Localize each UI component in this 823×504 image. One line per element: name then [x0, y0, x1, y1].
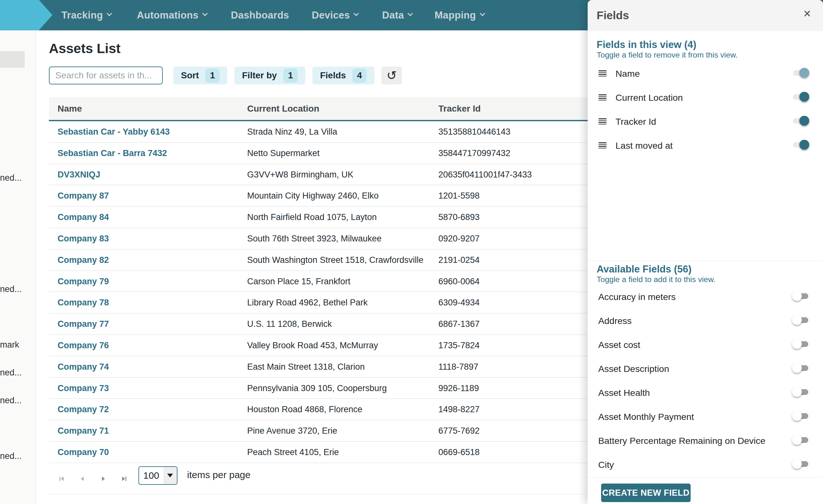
field-toggle[interactable]: [793, 94, 808, 100]
asset-name-link[interactable]: Company 72: [57, 404, 109, 414]
field-in-view-row: Current Location: [588, 86, 823, 109]
field-toggle[interactable]: [793, 341, 808, 347]
page-title: Assets List: [49, 41, 121, 56]
sidebar-truncated-item[interactable]: ned...: [0, 395, 22, 405]
first-page-icon: [58, 475, 65, 483]
toolbar-button-label: Sort: [181, 70, 199, 80]
drag-handle-icon[interactable]: [599, 70, 607, 77]
asset-name-link[interactable]: Company 84: [57, 212, 109, 222]
close-button[interactable]: ×: [804, 7, 811, 20]
nav-menu-label: Dashboards: [231, 10, 289, 21]
nav-menu-item[interactable]: Tracking: [61, 0, 111, 30]
asset-tracker-id: 0920-9207: [438, 228, 480, 249]
asset-name-link[interactable]: DV3XNIQJ: [57, 170, 101, 179]
drag-handle-icon[interactable]: [599, 142, 607, 149]
asset-tracker-id: 6867-1367: [438, 313, 480, 335]
asset-location: Netto Supermarket: [247, 143, 320, 164]
field-toggle[interactable]: [793, 142, 808, 148]
asset-tracker-id: 6775-7692: [438, 420, 480, 441]
asset-tracker-id: 6960-0064: [438, 271, 480, 292]
toolbar-button-label: Filter by: [242, 70, 277, 80]
field-toggle[interactable]: [793, 70, 808, 76]
previous-page-icon: [78, 475, 86, 483]
asset-name-link[interactable]: Company 77: [57, 319, 109, 329]
nav-menu-item[interactable]: Dashboards: [231, 0, 289, 30]
toolbar-filter-button[interactable]: Sort 1: [173, 66, 227, 85]
asset-name-link[interactable]: Company 79: [57, 277, 109, 286]
asset-name-link[interactable]: Company 82: [57, 255, 109, 265]
field-label: Asset Health: [598, 387, 650, 398]
drag-handle-icon[interactable]: [599, 118, 607, 125]
chevron-down-icon: [480, 11, 485, 16]
drag-handle-icon[interactable]: [599, 94, 607, 101]
asset-name-link[interactable]: Company 87: [57, 191, 109, 200]
toolbar-filter-button[interactable]: Filter by 1: [234, 66, 305, 85]
sidebar-truncated-item[interactable]: ned...: [0, 368, 22, 378]
sidebar-truncated-item[interactable]: ned...: [0, 284, 22, 294]
nav-menu-item[interactable]: Devices: [312, 0, 358, 30]
asset-location: Mountain City Highway 2460, Elko: [247, 185, 378, 206]
nav-menu-item[interactable]: Mapping: [435, 0, 484, 30]
previous-page-button[interactable]: [75, 472, 90, 486]
sidebar-truncated-item[interactable]: mark: [0, 340, 19, 350]
field-toggle[interactable]: [793, 293, 808, 299]
asset-name-link[interactable]: Company 83: [57, 234, 109, 243]
field-label: Name: [616, 68, 640, 79]
asset-tracker-id: 0669-6518: [438, 442, 480, 463]
asset-name-link[interactable]: Company 73: [57, 383, 109, 393]
asset-location: North Fairfield Road 1075, Layton: [247, 207, 377, 228]
available-field-row: Address: [588, 309, 823, 333]
fields-panel-title: Fields: [597, 9, 629, 22]
asset-name-link[interactable]: Company 70: [57, 448, 109, 457]
refresh-button[interactable]: ↺: [381, 66, 402, 85]
toggle-knob: [799, 116, 809, 126]
asset-tracker-id: 9926-1189: [438, 378, 479, 399]
left-sidebar: ned... ned... mark ned... ned... ned...: [0, 30, 36, 504]
create-new-field-button[interactable]: CREATE NEW FIELD: [601, 484, 691, 502]
field-toggle[interactable]: [793, 437, 808, 443]
panel-divider: [588, 477, 823, 478]
toolbar-button-label: Fields: [320, 70, 346, 80]
next-page-button[interactable]: [96, 472, 110, 486]
available-field-row: Asset Description: [588, 357, 823, 380]
available-field-row: Battery Percentage Remaining on Device: [588, 429, 823, 453]
nav-menu-item[interactable]: Automations: [137, 0, 207, 30]
field-label: Asset Description: [598, 364, 669, 374]
sidebar-truncated-item[interactable]: ned...: [0, 451, 22, 461]
field-toggle[interactable]: [793, 365, 808, 371]
available-fields-subheading: Toggle a field to add it to this view.: [597, 275, 715, 284]
items-per-page-select[interactable]: 100: [138, 466, 177, 485]
asset-location: Pine Avenue 3720, Erie: [247, 420, 337, 441]
first-page-button[interactable]: [55, 472, 69, 486]
asset-name-link[interactable]: Company 74: [57, 362, 109, 372]
asset-name-link[interactable]: Sebastian Car - Barra 7432: [57, 148, 167, 158]
asset-location: Valley Brook Road 453, McMurray: [247, 335, 378, 356]
search-box: [49, 66, 163, 85]
asset-location: Strada Ninz 49, La Villa: [247, 121, 337, 142]
field-toggle[interactable]: [793, 389, 808, 395]
field-label: Current Location: [616, 93, 683, 103]
available-fields-heading: Available Fields (56): [597, 264, 692, 275]
nav-menu-item[interactable]: Data: [382, 0, 412, 30]
sidebar-truncated-item[interactable]: ned...: [0, 173, 22, 183]
asset-name-link[interactable]: Company 71: [57, 426, 109, 436]
column-header-name[interactable]: Name: [57, 97, 82, 120]
toggle-knob: [792, 459, 802, 469]
nav-menu-label: Tracking: [61, 10, 103, 21]
search-input[interactable]: [49, 67, 163, 84]
available-field-row: Asset Health: [588, 380, 823, 404]
asset-name-link[interactable]: Company 76: [57, 341, 109, 350]
field-toggle[interactable]: [793, 413, 808, 419]
column-header-tracker-id[interactable]: Tracker Id: [438, 97, 481, 120]
last-page-button[interactable]: [117, 472, 131, 486]
asset-name-link[interactable]: Sebastian Car - Yabby 6143: [57, 127, 170, 137]
field-label: Tracker Id: [616, 117, 656, 127]
field-toggle[interactable]: [793, 317, 808, 323]
toolbar-filter-button[interactable]: Fields 4: [312, 66, 374, 85]
column-header-current-location[interactable]: Current Location: [247, 97, 319, 120]
field-toggle[interactable]: [793, 118, 808, 124]
toggle-knob: [792, 387, 802, 397]
asset-name-link[interactable]: Company 78: [57, 298, 109, 307]
field-toggle[interactable]: [793, 461, 808, 467]
toggle-knob: [799, 92, 809, 102]
